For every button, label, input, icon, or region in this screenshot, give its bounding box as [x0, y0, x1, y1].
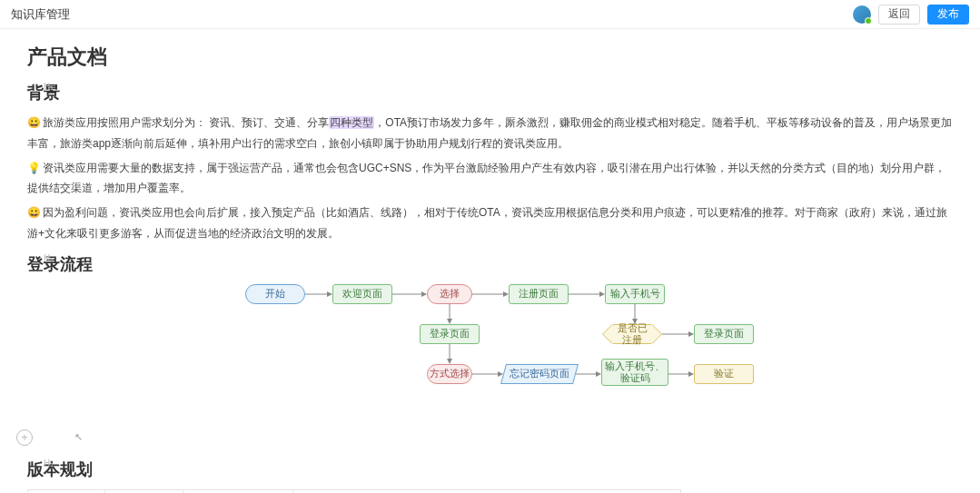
- arrow-icon: [472, 294, 509, 300]
- document-body: 产品文档 H₁ 背景 😀旅游类应用按照用户需求划分为： 资讯、预订、交通、分享四…: [0, 29, 980, 493]
- background-p2: 💡资讯类应用需要大量的数据支持，属于强运营产品，通常也会包含UGC+SNS，作为…: [27, 158, 953, 200]
- login-flowchart: 开始 欢迎页面 选择 注册页面 输入手机号 登录页面 是否已注册 登录页面 方式…: [245, 284, 754, 411]
- avatar[interactable]: [853, 5, 871, 24]
- svg-marker-9: [447, 319, 452, 324]
- flow-register: 注册页面: [509, 284, 569, 304]
- p1-highlight: 四种类型: [329, 116, 374, 129]
- p1-types: 资讯、预订、交通、分享: [209, 116, 329, 129]
- p1-prefix: 旅游类应用按照用户需求划分为: [43, 116, 195, 129]
- cursor-icon: ↖: [74, 431, 83, 443]
- doc-title: 产品文档: [27, 44, 953, 71]
- app-header: 知识库管理 返回 发布: [0, 0, 980, 29]
- back-button[interactable]: 返回: [878, 5, 920, 25]
- heading-marker: H₁: [44, 458, 54, 468]
- p1-colon: ：: [195, 116, 206, 129]
- flow-phone-code: 输入手机号、验证码: [601, 359, 668, 386]
- section-background: 背景: [27, 82, 953, 104]
- p3-text: 因为盈利问题，资讯类应用也会向后扩展，接入预定产品（比如酒店、线路），相对于传统…: [27, 206, 947, 240]
- emoji-smile-icon: 😀: [27, 116, 41, 129]
- arrow-icon: [450, 344, 455, 364]
- publish-button[interactable]: 发布: [927, 5, 969, 25]
- col-date: 修订日期: [183, 489, 292, 493]
- svg-marker-15: [447, 359, 452, 364]
- add-block-button[interactable]: +: [16, 429, 33, 446]
- arrow-icon: [576, 374, 601, 380]
- flow-login: 登录页面: [420, 324, 480, 344]
- flow-verify: 验证: [694, 364, 754, 384]
- flow-forgot: 忘记密码页面: [500, 364, 579, 384]
- arrow-icon: [392, 294, 427, 300]
- background-p3: 😀因为盈利问题，资讯类应用也会向后扩展，接入预定产品（比如酒店、线路），相对于传…: [27, 202, 953, 244]
- arrow-icon: [635, 304, 640, 324]
- emoji-bulb-icon: 💡: [27, 162, 41, 174]
- version-table: 版本号 修订人 修订日期 修订描述 1.2.3 张琪瑞 2022/01/02 旅…: [27, 489, 681, 493]
- table-header-row: 版本号 修订人 修订日期 修订描述: [28, 489, 681, 493]
- col-desc: 修订描述: [293, 489, 681, 493]
- flow-phone: 输入手机号: [605, 284, 665, 304]
- arrow-icon: [472, 374, 503, 380]
- arrow-icon: [450, 304, 455, 324]
- flow-method: 方式选择: [427, 364, 472, 384]
- heading-marker: H₁: [44, 253, 54, 263]
- emoji-smile-icon: 😀: [27, 206, 41, 219]
- flow-welcome: 欢迎页面: [332, 284, 392, 304]
- header-actions: 返回 发布: [853, 5, 969, 25]
- arrow-icon: [305, 294, 332, 300]
- arrow-icon: [668, 374, 694, 380]
- flow-login2: 登录页面: [694, 324, 754, 344]
- section-versions: 版本规划: [27, 458, 953, 480]
- background-p1: 😀旅游类应用按照用户需求划分为： 资讯、预订、交通、分享四种类型，OTA预订市场…: [27, 113, 953, 154]
- section-login-flow: 登录流程: [27, 253, 953, 275]
- svg-marker-17: [498, 371, 503, 377]
- flow-choose: 选择: [427, 284, 472, 304]
- arrow-icon: [569, 294, 605, 300]
- arrow-icon: [662, 334, 694, 340]
- col-author: 修订人: [105, 489, 183, 493]
- flow-start: 开始: [245, 284, 305, 304]
- heading-marker: H₁: [44, 82, 54, 92]
- flow-is-registered: 是否已注册: [612, 324, 652, 344]
- p2-text: 资讯类应用需要大量的数据支持，属于强运营产品，通常也会包含UGC+SNS，作为平…: [27, 162, 945, 195]
- app-title: 知识库管理: [11, 6, 70, 23]
- col-version: 版本号: [28, 489, 105, 493]
